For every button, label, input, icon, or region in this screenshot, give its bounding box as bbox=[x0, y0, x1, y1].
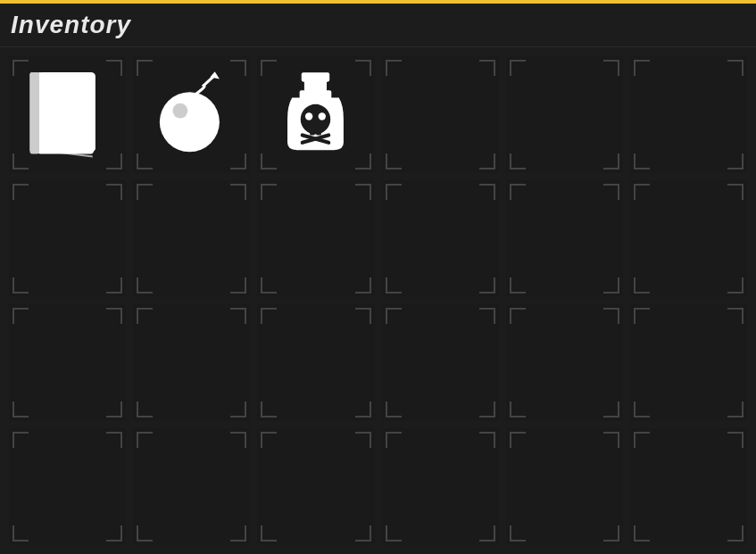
inventory-slot-15[interactable] bbox=[382, 304, 499, 421]
inventory-grid bbox=[0, 47, 756, 554]
svg-point-11 bbox=[173, 103, 188, 119]
svg-point-16 bbox=[305, 112, 312, 120]
svg-point-15 bbox=[301, 104, 331, 135]
inventory-slot-17[interactable] bbox=[630, 304, 747, 421]
inventory-slot-2[interactable] bbox=[257, 56, 374, 173]
page-title: Inventory bbox=[11, 11, 745, 39]
inventory-slot-1[interactable] bbox=[133, 56, 250, 173]
inventory-slot-6[interactable] bbox=[9, 180, 126, 297]
inventory-slot-16[interactable] bbox=[506, 304, 623, 421]
inventory-slot-20[interactable] bbox=[257, 428, 374, 545]
inventory-slot-7[interactable] bbox=[133, 180, 250, 297]
svg-point-10 bbox=[160, 92, 220, 152]
inventory-slot-21[interactable] bbox=[382, 428, 499, 545]
svg-rect-21 bbox=[311, 130, 315, 135]
app: Inventory bbox=[0, 0, 756, 554]
inventory-slot-19[interactable] bbox=[133, 428, 250, 545]
inventory-slot-14[interactable] bbox=[257, 304, 374, 421]
inventory-slot-18[interactable] bbox=[9, 428, 126, 545]
svg-point-17 bbox=[319, 112, 326, 120]
inventory-slot-5[interactable] bbox=[630, 56, 747, 173]
inventory-slot-9[interactable] bbox=[382, 180, 499, 297]
inventory-slot-8[interactable] bbox=[257, 180, 374, 297]
svg-rect-13 bbox=[302, 72, 329, 81]
inventory-slot-22[interactable] bbox=[506, 428, 623, 545]
poison-icon bbox=[269, 68, 362, 161]
svg-rect-14 bbox=[300, 90, 332, 102]
inventory-slot-11[interactable] bbox=[630, 180, 747, 297]
inventory-slot-3[interactable] bbox=[382, 56, 499, 173]
inventory-slot-10[interactable] bbox=[506, 180, 623, 297]
bomb-icon bbox=[145, 68, 238, 161]
inventory-slot-12[interactable] bbox=[9, 304, 126, 421]
inventory-slot-13[interactable] bbox=[133, 304, 250, 421]
svg-rect-7 bbox=[30, 72, 39, 153]
svg-rect-22 bbox=[317, 130, 321, 135]
svg-rect-6 bbox=[37, 72, 94, 153]
inventory-slot-23[interactable] bbox=[630, 428, 747, 545]
inventory-header: Inventory bbox=[0, 4, 756, 47]
inventory-slot-4[interactable] bbox=[506, 56, 623, 173]
inventory-slot-0[interactable] bbox=[9, 56, 126, 173]
book-icon bbox=[21, 68, 114, 161]
